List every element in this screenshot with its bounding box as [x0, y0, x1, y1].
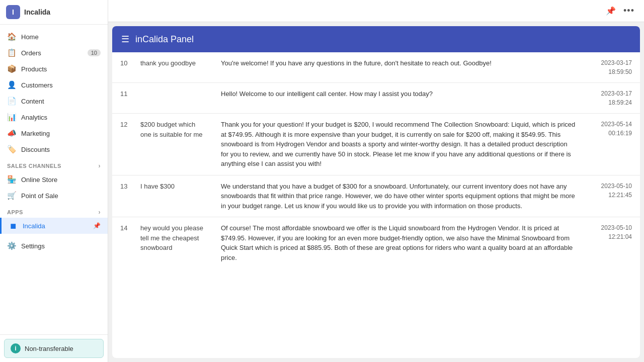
point-of-sale-icon: 🛒: [7, 191, 16, 200]
sales-channels-section: Sales channels ›: [0, 157, 108, 171]
sidebar-item-label: Point of Sale: [21, 192, 101, 200]
sidebar-item-label: Home: [21, 33, 101, 41]
sidebar-item-discounts[interactable]: 🏷️ Discounts: [0, 141, 108, 157]
row-response: Thank you for your question! If your bud…: [213, 114, 585, 175]
customers-icon: 👤: [7, 80, 16, 89]
sidebar-item-label: Settings: [21, 242, 101, 250]
panel-table[interactable]: 10thank you goodbyeYou're welcome! If yo…: [112, 52, 640, 358]
conversation-table: 10thank you goodbyeYou're welcome! If yo…: [112, 52, 640, 268]
online-store-icon: 🏪: [7, 175, 16, 184]
sidebar-item-label: Content: [21, 98, 101, 105]
row-message: hey would you please tell me the cheapes…: [132, 217, 213, 269]
sidebar-item-label: Analytics: [21, 114, 101, 121]
row-response: Hello! Welcome to our intelligent call c…: [213, 83, 585, 114]
row-message: thank you goodbye: [132, 52, 213, 83]
sidebar-item-orders[interactable]: 📋 Orders 10: [0, 45, 108, 61]
sidebar-item-online-store[interactable]: 🏪 Online Store: [0, 171, 108, 188]
row-message: [132, 83, 213, 114]
chevron-right-icon: ›: [99, 209, 101, 216]
panel-card: ☰ inCalida Panel 10thank you goodbyeYou'…: [112, 26, 640, 358]
topbar: 📌 •••: [108, 0, 644, 22]
sidebar-item-home[interactable]: 🏠 Home: [0, 29, 108, 45]
sidebar-item-marketing[interactable]: 📣 Marketing: [0, 125, 108, 141]
sidebar: I Incalida 🏠 Home 📋 Orders 10 📦 Products…: [0, 0, 108, 362]
incalida-icon: ◼: [9, 221, 18, 230]
apps-section: Apps ›: [0, 204, 108, 218]
content-icon: 📄: [7, 97, 16, 106]
table-row: 14hey would you please tell me the cheap…: [112, 217, 640, 269]
analytics-icon: 📊: [7, 113, 16, 122]
products-icon: 📦: [7, 64, 16, 73]
sidebar-item-label: Incalida: [23, 222, 88, 230]
sidebar-item-label: Products: [21, 65, 101, 73]
orders-icon: 📋: [7, 48, 16, 57]
sidebar-item-incalida[interactable]: ◼ Incalida 📌: [0, 218, 108, 234]
sidebar-footer: i Non-transferable: [0, 334, 108, 362]
table-row: 11Hello! Welcome to our intelligent call…: [112, 83, 640, 114]
sidebar-item-settings[interactable]: ⚙️ Settings: [0, 238, 108, 254]
sidebar-item-point-of-sale[interactable]: 🛒 Point of Sale: [0, 188, 108, 204]
more-button[interactable]: •••: [622, 4, 636, 18]
row-message: I have $300: [132, 175, 213, 217]
non-transferable-badge[interactable]: i Non-transferable: [4, 339, 104, 358]
non-transferable-label: Non-transferable: [25, 345, 73, 352]
row-timestamp: 2023-05-10 12:21:04: [585, 217, 640, 269]
table-row: 10thank you goodbyeYou're welcome! If yo…: [112, 52, 640, 83]
pin-button[interactable]: 📌: [604, 4, 618, 18]
sidebar-nav: 🏠 Home 📋 Orders 10 📦 Products 👤 Customer…: [0, 25, 108, 334]
more-icon: •••: [623, 6, 634, 16]
sidebar-header: I Incalida: [0, 0, 108, 25]
info-icon: i: [11, 343, 21, 353]
sidebar-item-products[interactable]: 📦 Products: [0, 61, 108, 77]
row-id: 11: [112, 83, 132, 114]
panel-title: inCalida Panel: [135, 34, 194, 45]
main-content: 📌 ••• ☰ inCalida Panel 10thank you goodb…: [108, 0, 644, 362]
orders-badge: 10: [88, 49, 101, 56]
pin-icon: 📌: [606, 6, 616, 16]
row-message: $200 budget which one is suitable for me: [132, 114, 213, 175]
row-response: You're welcome! If you have any question…: [213, 52, 585, 83]
home-icon: 🏠: [7, 32, 16, 41]
row-timestamp: 2023-05-10 12:21:45: [585, 175, 640, 217]
sidebar-item-content[interactable]: 📄 Content: [0, 93, 108, 109]
panel-header: ☰ inCalida Panel: [112, 26, 640, 52]
row-id: 13: [112, 175, 132, 217]
table-row: 13I have $300We understand that you have…: [112, 175, 640, 217]
menu-icon[interactable]: ☰: [121, 34, 129, 45]
row-id: 10: [112, 52, 132, 83]
settings-icon: ⚙️: [7, 241, 16, 250]
sidebar-item-label: Customers: [21, 81, 101, 89]
discounts-icon: 🏷️: [7, 145, 16, 154]
row-timestamp: 2023-03-17 18:59:50: [585, 52, 640, 83]
sidebar-item-label: Marketing: [21, 130, 101, 137]
panel-container: ☰ inCalida Panel 10thank you goodbyeYou'…: [108, 22, 644, 362]
brand-name: Incalida: [24, 8, 50, 16]
row-id: 14: [112, 217, 132, 269]
sidebar-item-label: Online Store: [21, 176, 101, 184]
row-response: Of course! The most affordable snowboard…: [213, 217, 585, 269]
row-timestamp: 2023-05-14 00:16:19: [585, 114, 640, 175]
marketing-icon: 📣: [7, 129, 16, 138]
row-response: We understand that you have a budget of …: [213, 175, 585, 217]
sidebar-item-customers[interactable]: 👤 Customers: [0, 77, 108, 93]
table-row: 12$200 budget which one is suitable for …: [112, 114, 640, 175]
pin-icon: 📌: [93, 222, 101, 229]
sidebar-item-analytics[interactable]: 📊 Analytics: [0, 109, 108, 125]
sidebar-item-label: Orders: [21, 49, 83, 57]
row-timestamp: 2023-03-17 18:59:24: [585, 83, 640, 114]
sidebar-item-label: Discounts: [21, 146, 101, 153]
chevron-right-icon: ›: [99, 162, 101, 169]
row-id: 12: [112, 114, 132, 175]
brand-logo: I: [6, 5, 20, 19]
